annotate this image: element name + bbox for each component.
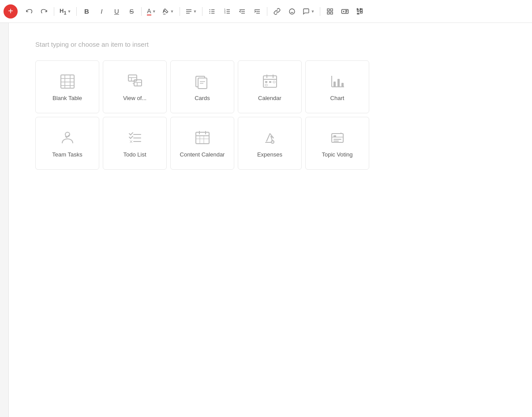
svg-text:3.: 3. — [225, 12, 226, 14]
bullets-button[interactable] — [205, 4, 219, 19]
svg-rect-56 — [265, 84, 267, 86]
svg-point-74 — [271, 141, 274, 143]
indent-button[interactable] — [250, 4, 264, 19]
svg-rect-60 — [337, 79, 340, 87]
bold-button[interactable]: B — [79, 4, 94, 19]
topic-voting-label: Topic Voting — [322, 151, 352, 158]
sep-4 — [180, 7, 180, 16]
blank-table-label: Blank Table — [52, 95, 82, 101]
undo-button[interactable] — [22, 4, 36, 19]
editor-area[interactable]: Start typing or choose an item to insert… — [9, 23, 532, 417]
sep-2 — [76, 7, 77, 16]
team-tasks-icon — [60, 129, 75, 147]
svg-rect-59 — [333, 82, 336, 87]
svg-point-62 — [65, 132, 70, 137]
svg-rect-78 — [333, 135, 336, 137]
svg-rect-24 — [327, 9, 330, 11]
cards-icon — [195, 73, 210, 90]
grid-item-content-calendar[interactable]: Content Calendar — [170, 117, 234, 170]
grid-item-blank-table[interactable]: Blank Table — [35, 60, 99, 113]
numbered-button[interactable]: 1.2.3. — [220, 4, 234, 19]
grid-item-topic-voting[interactable]: Topic Voting — [305, 117, 369, 170]
sep-3 — [141, 7, 142, 16]
content-calendar-icon — [195, 129, 210, 147]
italic-button[interactable]: I — [94, 4, 109, 19]
svg-rect-33 — [61, 75, 74, 88]
link-button[interactable] — [270, 4, 284, 19]
grid-item-chart[interactable]: Chart — [305, 60, 369, 113]
heading-button[interactable]: H1 ▼ — [57, 4, 74, 19]
svg-point-8 — [210, 13, 210, 14]
sep-6 — [267, 7, 267, 16]
grid-item-view-of[interactable]: View of... — [103, 60, 167, 113]
svg-rect-25 — [331, 9, 333, 11]
svg-text:✕: ✕ — [129, 139, 133, 144]
grid-item-team-tasks[interactable]: Team Tasks — [35, 117, 99, 170]
todo-list-label: Todo List — [123, 151, 146, 158]
outdent-button[interactable] — [235, 4, 249, 19]
add-button[interactable]: + — [4, 4, 18, 19]
chart-label: Chart — [330, 95, 345, 101]
highlight-button[interactable]: ▼ — [160, 4, 177, 19]
calendar-label: Calendar — [258, 95, 281, 101]
grid-item-calendar[interactable]: Calendar — [238, 60, 302, 113]
svg-rect-79 — [333, 139, 341, 140]
svg-point-29 — [343, 11, 345, 12]
svg-rect-80 — [333, 141, 339, 141]
view-of-label: View of... — [123, 95, 146, 101]
sep-1 — [54, 7, 54, 16]
svg-rect-26 — [327, 12, 330, 14]
view-of-icon — [127, 73, 143, 90]
svg-point-7 — [210, 11, 210, 12]
font-color-button[interactable]: A ▼ — [144, 4, 158, 19]
emoji-button[interactable] — [285, 4, 299, 19]
content-calendar-label: Content Calendar — [180, 151, 225, 158]
grid-item-todo-list[interactable]: ✕ Todo List — [103, 117, 167, 170]
chart-icon — [330, 73, 345, 90]
main-content: Start typing or choose an item to insert… — [0, 23, 532, 417]
strikethrough-button[interactable]: S — [124, 4, 139, 19]
align-button[interactable]: ▼ — [183, 4, 200, 19]
table-view-button[interactable] — [323, 4, 337, 19]
cards-label: Cards — [195, 95, 210, 101]
grid-item-expenses[interactable]: Expenses — [238, 117, 302, 170]
underline-button[interactable]: U — [109, 4, 124, 19]
svg-point-21 — [289, 9, 295, 14]
svg-rect-55 — [273, 81, 275, 83]
editor-placeholder: Start typing or choose an item to insert — [35, 41, 506, 48]
toolbar: + H1 ▼ B I U S A ▼ ▼ ▼ 1.2.3. — [0, 0, 532, 23]
redo-button[interactable] — [37, 4, 51, 19]
sep-5 — [202, 7, 202, 16]
table-icon — [60, 73, 75, 90]
svg-rect-61 — [341, 83, 344, 87]
expenses-label: Expenses — [257, 151, 282, 158]
sidebar-strip — [0, 23, 9, 417]
ai-button[interactable] — [338, 4, 352, 19]
svg-rect-27 — [331, 12, 333, 14]
topic-voting-icon — [330, 129, 345, 147]
svg-rect-53 — [265, 81, 267, 83]
todo-icon: ✕ — [127, 129, 143, 147]
comment-button[interactable]: ▼ — [300, 4, 317, 19]
svg-rect-54 — [269, 81, 271, 83]
grid-item-cards[interactable]: Cards — [170, 60, 234, 113]
calendar-icon — [262, 73, 278, 90]
puzzle-button[interactable] — [353, 4, 367, 19]
team-tasks-label: Team Tasks — [52, 151, 82, 158]
svg-point-6 — [210, 9, 210, 10]
items-grid: Blank Table View of... — [35, 60, 506, 170]
expenses-icon — [262, 129, 278, 147]
svg-rect-67 — [196, 132, 209, 144]
sep-7 — [320, 7, 320, 16]
